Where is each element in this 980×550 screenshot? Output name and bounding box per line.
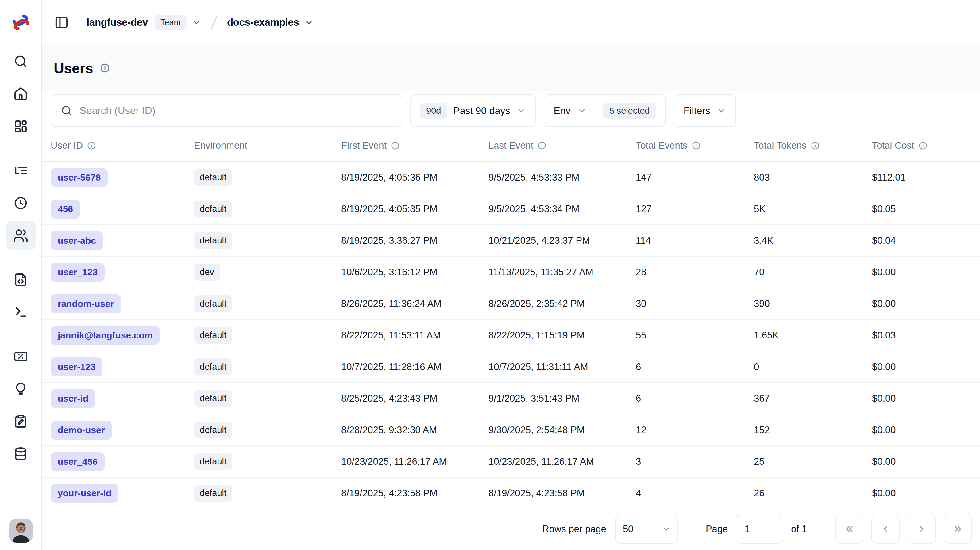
page-number-input[interactable] (736, 515, 783, 544)
last-event-cell: 10/7/2025, 11:31:11 AM (488, 361, 636, 372)
column-header[interactable]: Total Events (636, 140, 754, 151)
first-page-button[interactable] (835, 515, 864, 544)
total-tokens-cell: 367 (754, 393, 872, 404)
column-header[interactable]: Environment (194, 140, 341, 151)
table-row[interactable]: jannik@langfuse.com default 8/22/2025, 1… (42, 320, 980, 351)
page-label: Page (706, 524, 728, 535)
total-events-cell: 127 (636, 204, 754, 215)
table-row[interactable]: user_123 dev 10/6/2025, 3:16:12 PM 11/13… (42, 257, 980, 288)
info-icon (391, 141, 400, 150)
total-events-cell: 6 (636, 393, 754, 404)
total-events-cell: 147 (636, 172, 754, 183)
user-id-badge[interactable]: jannik@langfuse.com (51, 326, 159, 345)
environment-cell: default (194, 390, 341, 407)
total-cost-cell: $0.00 (872, 298, 980, 309)
sidebar-item-home[interactable] (6, 79, 36, 109)
user-avatar[interactable] (9, 519, 33, 543)
user-id-cell: your-user-id (51, 484, 194, 503)
table-row[interactable]: random-user default 8/26/2025, 11:36:24 … (42, 288, 980, 320)
table-row[interactable]: 456 default 8/19/2025, 4:05:35 PM 9/5/20… (42, 193, 980, 225)
filters-button[interactable]: Filters (674, 94, 736, 127)
user-id-badge[interactable]: random-user (51, 294, 121, 313)
user-id-badge[interactable]: user_456 (51, 452, 105, 471)
breadcrumb-project-name[interactable]: docs-examples (227, 17, 299, 28)
panel-left-icon (54, 15, 69, 30)
next-page-button[interactable] (908, 515, 936, 544)
sidebar-toggle-button[interactable] (54, 15, 69, 30)
sidebar-item-prompts[interactable] (6, 265, 36, 294)
user-id-badge[interactable]: demo-user (51, 421, 112, 440)
user-id-badge[interactable]: user-id (51, 389, 95, 408)
environment-cell: default (194, 485, 341, 502)
file-code-icon (13, 272, 28, 287)
clipboard-pen-icon (13, 414, 28, 429)
table-row[interactable]: user-abc default 8/19/2025, 3:36:27 PM 1… (42, 225, 980, 257)
last-page-button[interactable] (944, 515, 972, 544)
column-header[interactable]: Last Event (488, 140, 636, 151)
page-title-info-icon[interactable] (100, 63, 110, 73)
sidebar-item-scores[interactable] (6, 342, 36, 371)
rows-per-page-select[interactable]: 50 (616, 515, 678, 544)
sidebar-item-insights[interactable] (6, 374, 36, 403)
total-tokens-cell: 152 (754, 425, 872, 436)
project-switcher-button[interactable] (304, 17, 314, 27)
column-header[interactable]: First Event (341, 140, 488, 151)
first-event-cell: 8/25/2025, 4:23:43 PM (341, 393, 488, 404)
environment-badge: default (194, 485, 232, 502)
org-switcher-button[interactable] (191, 17, 201, 27)
environment-badge: default (194, 327, 232, 344)
sidebar-item-search[interactable] (6, 47, 36, 76)
column-header[interactable]: User ID (51, 140, 194, 151)
sidebar-item-users[interactable] (6, 221, 36, 250)
user-id-badge[interactable]: user-5678 (51, 168, 108, 187)
user-id-badge[interactable]: user_123 (51, 263, 105, 282)
first-event-cell: 8/19/2025, 3:36:27 PM (341, 235, 488, 246)
env-filter-button[interactable]: Env 5 selected (544, 94, 665, 127)
column-header[interactable]: Total Tokens (754, 140, 872, 151)
environment-badge: default (194, 453, 232, 470)
sidebar-item-playground[interactable] (6, 297, 36, 327)
sidebar-item-tracing[interactable] (6, 156, 36, 185)
total-tokens-cell: 5K (754, 204, 872, 215)
page-count-label: of 1 (791, 524, 807, 535)
column-header-label: Last Event (488, 140, 533, 151)
total-tokens-cell: 803 (754, 172, 872, 183)
total-tokens-cell: 70 (754, 267, 872, 278)
date-range-button[interactable]: 90d Past 90 days (410, 94, 536, 127)
column-header-label: Environment (194, 140, 247, 151)
total-tokens-cell: 26 (754, 488, 872, 499)
table-row[interactable]: user_456 default 10/23/2025, 11:26:17 AM… (42, 446, 980, 478)
table-row[interactable]: demo-user default 8/28/2025, 9:32:30 AM … (42, 414, 980, 446)
sidebar-item-datasets[interactable] (6, 439, 36, 468)
table-row[interactable]: user-id default 8/25/2025, 4:23:43 PM 9/… (42, 383, 980, 414)
breadcrumb-separator (210, 14, 218, 30)
langfuse-logo[interactable] (0, 0, 41, 45)
table-row[interactable]: user-5678 default 8/19/2025, 4:05:36 PM … (42, 162, 980, 193)
sidebar-item-annotation[interactable] (6, 407, 36, 436)
user-id-badge[interactable]: user-abc (51, 231, 103, 250)
rows-per-page-label: Rows per page (542, 524, 606, 535)
user-id-badge[interactable]: user-123 (51, 357, 102, 376)
environment-cell: default (194, 295, 341, 312)
sidebar (0, 0, 42, 550)
avatar-photo (9, 519, 33, 543)
user-id-cell: user_123 (51, 263, 194, 282)
column-header[interactable]: Total Cost (872, 140, 980, 151)
table-row[interactable]: your-user-id default 8/19/2025, 4:23:58 … (42, 478, 980, 508)
chevron-down-icon (516, 106, 526, 116)
user-id-badge[interactable]: 456 (51, 200, 80, 219)
breadcrumb-org-name[interactable]: langfuse-dev (86, 17, 148, 28)
table-row[interactable]: user-123 default 10/7/2025, 11:28:16 AM … (42, 351, 980, 383)
user-id-badge[interactable]: your-user-id (51, 484, 118, 503)
environment-badge: default (194, 422, 232, 438)
first-event-cell: 8/19/2025, 4:05:35 PM (341, 204, 488, 215)
date-range-shortcut-badge: 90d (420, 103, 447, 119)
column-header-label: Total Cost (872, 140, 914, 151)
last-event-cell: 8/22/2025, 1:15:19 PM (488, 330, 636, 341)
previous-page-button[interactable] (871, 515, 900, 544)
search-input[interactable] (80, 105, 393, 116)
sidebar-item-dashboards[interactable] (6, 112, 36, 141)
total-tokens-cell: 25 (754, 456, 872, 467)
sidebar-item-sessions[interactable] (6, 188, 36, 218)
environment-badge: default (194, 358, 232, 375)
